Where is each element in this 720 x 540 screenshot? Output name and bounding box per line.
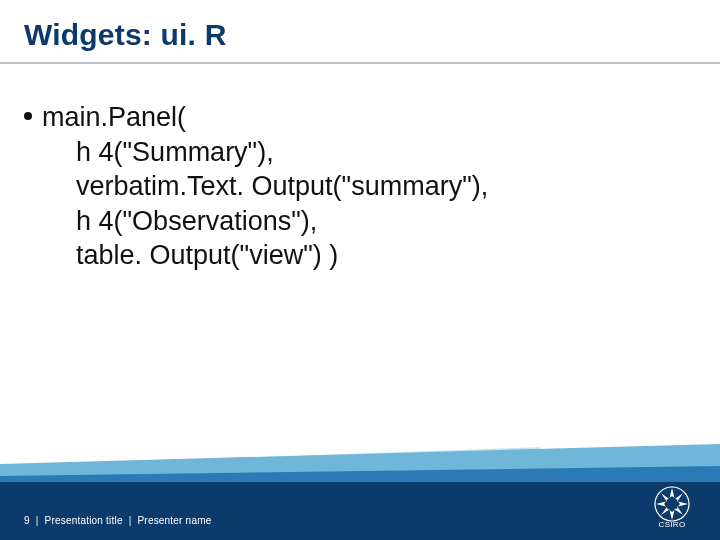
page-number: 9 xyxy=(24,515,30,526)
presentation-title: Presentation title xyxy=(45,515,123,526)
bullet-item: main.Panel( xyxy=(24,100,696,135)
bullet-dot-icon xyxy=(24,112,32,120)
code-line: h 4("Observations"), xyxy=(24,204,696,239)
footer-text: 9 | Presentation title | Presenter name xyxy=(24,515,211,526)
csiro-logo-icon xyxy=(652,484,692,524)
bullet-lead-text: main.Panel( xyxy=(42,100,186,135)
code-line: table. Output("view") ) xyxy=(24,238,696,273)
slide: Widgets: ui. R main.Panel( h 4("Summary"… xyxy=(0,0,720,540)
footer-dark-stripe xyxy=(0,482,720,540)
footer-band: 9 | Presentation title | Presenter name xyxy=(0,468,720,540)
csiro-logo: CSIRO xyxy=(646,480,698,532)
footer-separator: | xyxy=(129,515,132,526)
title-underline xyxy=(0,62,720,64)
footer-separator: | xyxy=(36,515,39,526)
csiro-logo-text: CSIRO xyxy=(659,520,686,529)
slide-body: main.Panel( h 4("Summary"), verbatim.Tex… xyxy=(24,100,696,273)
code-line: verbatim.Text. Output("summary"), xyxy=(24,169,696,204)
slide-title: Widgets: ui. R xyxy=(24,18,227,52)
code-line: h 4("Summary"), xyxy=(24,135,696,170)
presenter-name: Presenter name xyxy=(137,515,211,526)
